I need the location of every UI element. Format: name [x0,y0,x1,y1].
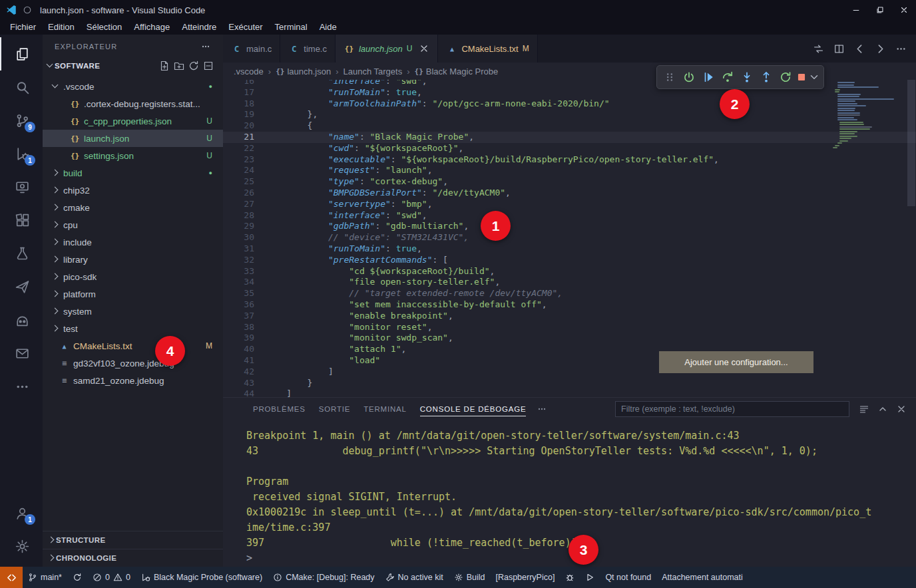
activity-more-views[interactable] [0,370,43,403]
scrollbar-thumb[interactable] [907,80,915,206]
status-cmake-status[interactable]: CMake: [Debug]: Ready [268,567,379,588]
tree-item-cmakelists-txt[interactable]: ▲CMakeLists.txtM [43,337,223,355]
section-header-software[interactable]: SOFTWARE [43,58,223,74]
step-into-button[interactable] [738,68,756,86]
status-sync[interactable] [67,567,87,588]
status-debug-button[interactable] [560,567,580,588]
status-qt-status[interactable]: Qt not found [600,567,656,588]
menu-fichier[interactable]: Fichier [4,20,42,35]
tab-time-c[interactable]: Ctime.c [280,35,336,63]
tree-item-settings-json[interactable]: {}settings.jsonU [43,147,223,164]
navigate-back-icon[interactable] [854,43,865,55]
continue-button[interactable] [699,68,718,86]
activity-remote-explorer[interactable] [0,170,43,204]
step-out-button[interactable] [757,68,776,86]
editor-scrollbar[interactable] [907,80,916,397]
status-auto-attach[interactable]: Attachement automati [656,567,748,588]
tree-item-cpu[interactable]: cpu [43,216,223,233]
status-problems[interactable]: 00 [87,567,136,588]
menu-ex-cuter[interactable]: Exécuter [222,20,268,35]
tree-item-include[interactable]: include [43,233,223,251]
breadcrumb-launch-json[interactable]: {}launch.json [276,67,331,76]
tree-item-launch-json[interactable]: {}launch.jsonU [43,130,223,147]
more-panel-tabs-icon[interactable] [537,404,547,414]
activity-mail[interactable] [0,337,43,370]
tree-item-vscode[interactable]: .vscode● [43,78,223,95]
minimap-line [837,142,842,144]
activity-paper-plane[interactable] [0,270,43,303]
status-branch[interactable]: main* [23,567,67,588]
restart-button[interactable] [776,68,795,86]
status-run-button[interactable] [580,567,600,588]
activity-settings[interactable] [0,529,43,563]
activity-source-control[interactable]: 9 [0,104,43,137]
status-cmake-kit[interactable]: No active kit [380,567,449,588]
split-editor-icon[interactable] [833,43,845,55]
code-editor[interactable]: 16 "interface": "swd",17 "runToMain": tr… [223,80,916,397]
status-cmake-build[interactable]: Build [449,567,491,588]
tree-item-test[interactable]: test [43,320,223,337]
close-button[interactable] [892,0,916,20]
power-button[interactable] [680,68,698,86]
panel-tab-sortie[interactable]: SORTIE [312,398,357,420]
tree-item-cmake[interactable]: cmake [43,199,223,216]
breadcrumb-launch-targets[interactable]: Launch Targets [344,67,403,76]
status-cmake-target[interactable]: [RaspberryPico] [490,567,560,588]
tree-item-build[interactable]: build● [43,164,223,182]
tab-main-c[interactable]: Cmain.c [223,35,280,63]
tree-item-library[interactable]: library [43,251,223,268]
status-debug-target[interactable]: Black Magic Probe (software) [136,567,268,588]
tab-launch-json[interactable]: {}launch.jsonU [336,35,438,63]
menu-terminal[interactable]: Terminal [269,20,314,35]
breadcrumb-vscode[interactable]: .vscode [234,67,264,76]
menu-aide[interactable]: Aide [314,20,343,35]
activity-testing[interactable] [0,237,43,270]
new-folder-icon[interactable] [174,61,184,71]
minimize-button[interactable] [844,0,868,20]
new-file-icon[interactable] [159,61,170,71]
navigate-forward-icon[interactable] [875,43,886,55]
tree-item-c-cpp-properties-json[interactable]: {}c_cpp_properties.jsonU [43,112,223,130]
breadcrumb-black-magic-probe[interactable]: {}Black Magic Probe [415,67,499,76]
maximize-button[interactable] [868,0,892,20]
more-actions-icon[interactable] [200,41,211,52]
add-configuration-button[interactable]: Ajouter une configuration... [659,351,813,373]
close-panel-icon[interactable] [896,404,907,414]
clear-console-icon[interactable] [859,404,869,414]
maximize-panel-icon[interactable] [877,404,888,414]
minimap[interactable] [830,82,905,150]
menu-s-lection[interactable]: Sélection [81,20,128,35]
console-filter-input[interactable] [615,401,849,417]
refresh-icon[interactable] [188,61,199,71]
tree-item-pico-sdk[interactable]: pico-sdk [43,268,223,285]
activity-explorer[interactable] [0,37,43,71]
activity-platformio[interactable] [0,303,43,337]
collapse-all-icon[interactable] [203,61,214,71]
tree-item-samd21-ozone-jdebug[interactable]: ≡samd21_ozone.jdebug [43,372,223,389]
section-header-chronologie[interactable]: CHRONOLOGIE [43,549,223,567]
stop-dropdown-chevron-icon[interactable] [808,71,820,83]
menu-atteindre[interactable]: Atteindre [176,20,222,35]
open-changes-icon[interactable] [813,43,824,55]
activity-search[interactable] [0,71,43,104]
activity-extensions[interactable] [0,204,43,237]
panel-tab-probl-mes[interactable]: PROBLÈMES [246,398,312,420]
status-remote[interactable] [0,567,23,588]
activity-accounts[interactable]: 1 [0,496,43,529]
stop-button[interactable] [796,68,820,86]
activity-run-and-debug[interactable]: 1 [0,137,43,170]
panel-tab-terminal[interactable]: TERMINAL [357,398,413,420]
tree-item-chip32[interactable]: chip32 [43,182,223,199]
tree-item-platform[interactable]: platform [43,285,223,303]
menu-edition[interactable]: Edition [42,20,81,35]
tab-cmakelists-txt[interactable]: ▲CMakeLists.txtM [438,35,537,63]
tree-item-gd32vf103-ozone-jdebug[interactable]: ≡gd32vf103_ozone.jdebug [43,355,223,372]
close-tab-icon[interactable] [419,43,429,54]
panel-tab-console-de-d-bogage[interactable]: CONSOLE DE DÉBOGAGE [413,398,533,420]
menu-affichage[interactable]: Affichage [128,20,176,35]
step-over-button[interactable] [718,68,737,86]
more-actions-icon[interactable] [895,43,907,55]
tree-item-cortex-debug-registers-stat[interactable]: {}.cortex-debug.registers.stat... [43,95,223,112]
tree-item-system[interactable]: system [43,303,223,320]
section-header-structure[interactable]: STRUCTURE [43,531,223,549]
